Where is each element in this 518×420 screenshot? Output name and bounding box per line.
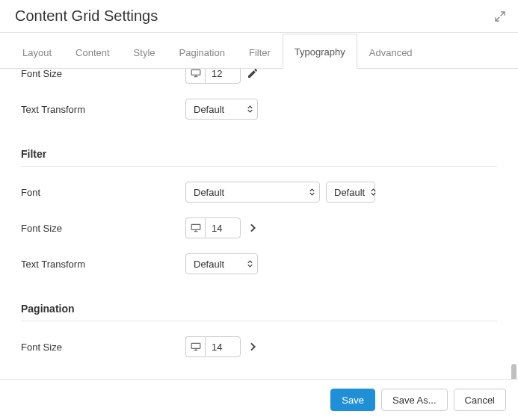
row-filter-font-size: Font Size	[21, 210, 497, 246]
tab-label: Layout	[22, 47, 52, 58]
tab-label: Style	[134, 47, 155, 58]
font-family-select[interactable]: Default	[185, 182, 320, 203]
settings-body: Font Size Text Transform Default	[0, 69, 518, 379]
save-button[interactable]: Save	[330, 389, 375, 411]
desktop-icon[interactable]	[185, 217, 205, 238]
label-text-transform: Text Transform	[21, 259, 185, 270]
font-size-input[interactable]	[205, 217, 241, 238]
tab-bar: Layout Content Style Pagination Filter T…	[0, 33, 518, 69]
font-size-input[interactable]	[205, 336, 241, 357]
font-size-input[interactable]	[205, 69, 241, 84]
label-font-size: Font Size	[21, 69, 185, 79]
tab-content[interactable]: Content	[64, 34, 122, 69]
tab-filter[interactable]: Filter	[237, 34, 283, 69]
font-size-input-group	[185, 336, 241, 357]
tab-typography[interactable]: Typography	[283, 34, 357, 69]
row-filter-font: Font Default Default	[21, 174, 497, 210]
pencil-icon[interactable]	[247, 69, 259, 79]
tab-advanced[interactable]: Advanced	[357, 34, 425, 69]
tab-label: Pagination	[179, 47, 225, 58]
font-size-input-group	[185, 69, 241, 84]
select-caret-icon	[371, 188, 376, 196]
save-as-button[interactable]: Save As...	[381, 389, 448, 411]
row-filter-text-transform: Text Transform Default	[21, 246, 497, 282]
svg-rect-2	[191, 343, 200, 348]
section-title-filter: Filter	[21, 127, 497, 167]
tab-layout[interactable]: Layout	[10, 34, 64, 69]
chevron-right-icon[interactable]	[247, 341, 259, 353]
cancel-button[interactable]: Cancel	[454, 389, 506, 411]
svg-rect-1	[191, 224, 200, 229]
font-size-input-group	[185, 217, 241, 238]
expand-icon[interactable]	[494, 10, 506, 22]
row-font-size-top: Font Size	[21, 69, 497, 91]
tab-label: Filter	[249, 47, 271, 58]
tab-label: Advanced	[369, 47, 413, 58]
chevron-right-icon[interactable]	[247, 222, 259, 234]
tab-pagination[interactable]: Pagination	[167, 34, 237, 69]
tab-label: Content	[75, 47, 110, 58]
desktop-icon[interactable]	[185, 336, 205, 357]
text-transform-select[interactable]: Default	[185, 253, 258, 274]
modal-footer: Save Save As... Cancel	[0, 379, 518, 420]
font-weight-select[interactable]: Default	[326, 182, 375, 203]
desktop-icon[interactable]	[185, 69, 205, 84]
select-caret-icon	[309, 188, 315, 196]
select-value: Default	[194, 259, 224, 270]
label-font-size: Font Size	[21, 342, 185, 353]
row-pagination-font-size: Font Size	[21, 329, 497, 365]
section-title-pagination: Pagination	[21, 282, 497, 321]
select-caret-icon	[247, 105, 253, 113]
modal-header: Content Grid Settings	[0, 0, 518, 33]
select-caret-icon	[247, 260, 253, 268]
tab-label: Typography	[295, 46, 345, 58]
scrollbar-thumb[interactable]	[511, 364, 517, 379]
select-value: Default	[194, 104, 224, 115]
tab-style[interactable]: Style	[122, 34, 167, 69]
label-font-size: Font Size	[21, 223, 185, 234]
row-text-transform-top: Text Transform Default	[21, 91, 497, 127]
select-value: Default	[194, 187, 224, 198]
modal-title: Content Grid Settings	[15, 7, 158, 25]
select-value: Default	[334, 187, 365, 198]
label-font: Font	[21, 187, 185, 198]
text-transform-select[interactable]: Default	[185, 99, 258, 120]
svg-rect-0	[191, 70, 200, 75]
label-text-transform: Text Transform	[21, 104, 185, 115]
